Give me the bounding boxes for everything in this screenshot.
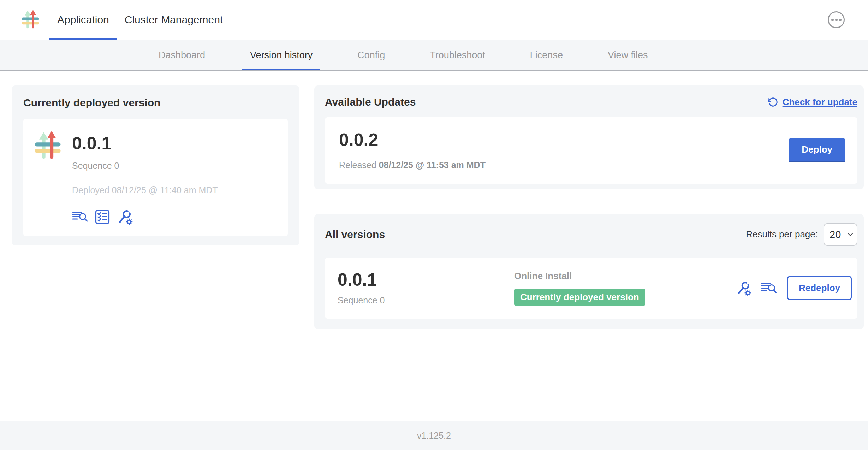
check-for-update-link[interactable]: Check for update (768, 97, 857, 108)
subnav-item-dashboard[interactable]: Dashboard (151, 40, 213, 70)
results-per-page: Results per page: 20 (746, 223, 857, 246)
edit-config-icon[interactable] (117, 209, 133, 225)
currently-deployed-version-panel: 0.0.1 Sequence 0 Deployed 08/12/25 @ 11:… (23, 119, 288, 236)
currently-deployed-title: Currently deployed version (23, 97, 288, 109)
current-version-deployed-timestamp: Deployed 08/12/25 @ 11:40 am MDT (72, 185, 218, 195)
tab-application[interactable]: Application (49, 0, 117, 40)
subnav-item-license[interactable]: License (522, 40, 571, 70)
current-version-sequence: Sequence 0 (72, 161, 218, 171)
subnav-label: License (530, 50, 563, 61)
subnav-label: Config (357, 50, 385, 61)
tab-application-label: Application (57, 14, 109, 26)
released-date: 08/12/25 @ 11:53 am MDT (379, 160, 486, 170)
update-version-number: 0.0.2 (339, 131, 486, 149)
subnav-label: Dashboard (159, 50, 205, 61)
all-versions-title: All versions (325, 229, 385, 241)
update-released-timestamp: Released 08/12/25 @ 11:53 am MDT (339, 160, 486, 170)
page-footer: v1.125.2 (0, 421, 868, 450)
version-row: 0.0.1 Sequence 0 Online Install Currentl… (325, 258, 857, 319)
all-versions-card: All versions Results per page: 20 (314, 214, 864, 329)
subnav-item-troubleshoot[interactable]: Troubleshoot (422, 40, 493, 70)
ellipsis-dot (839, 19, 842, 21)
edit-config-icon[interactable] (736, 280, 751, 296)
refresh-icon (768, 97, 778, 107)
subnav-label: View files (608, 50, 648, 61)
released-prefix: Released (339, 160, 376, 170)
subnav-item-version-history[interactable]: Version history (242, 40, 320, 70)
release-notes-icon[interactable] (761, 281, 777, 295)
currently-deployed-badge: Currently deployed version (514, 289, 645, 306)
ellipsis-dot (835, 19, 838, 21)
install-type-label: Online Install (514, 271, 645, 282)
ellipsis-dot (831, 19, 834, 21)
release-notes-icon[interactable] (72, 210, 88, 224)
top-header: Application Cluster Management (0, 0, 868, 40)
available-updates-card: Available Updates Check for update 0.0.2 (314, 85, 864, 189)
preflight-checks-icon[interactable] (95, 209, 110, 225)
results-per-page-select[interactable]: 20 (824, 223, 857, 246)
subnav-label: Troubleshoot (430, 50, 485, 61)
app-subnav: Dashboard Version history Config Trouble… (0, 40, 868, 71)
kots-version-label: v1.125.2 (417, 431, 451, 441)
results-per-page-label: Results per page: (746, 229, 818, 240)
main-content: Currently deployed version 0.0.1 Sequenc… (0, 71, 868, 421)
row-version-sequence: Sequence 0 (338, 295, 514, 306)
tab-cluster-management-label: Cluster Management (125, 14, 223, 26)
tab-cluster-management[interactable]: Cluster Management (117, 0, 231, 40)
app-logo-icon (20, 9, 41, 30)
currently-deployed-card: Currently deployed version 0.0.1 Sequenc… (12, 85, 299, 245)
ellipsis-menu-button[interactable] (828, 11, 845, 28)
subnav-item-config[interactable]: Config (350, 40, 393, 70)
row-version-number: 0.0.1 (338, 271, 514, 289)
current-version-number: 0.0.1 (72, 134, 218, 153)
current-version-actions (72, 209, 218, 225)
header-tabs: Application Cluster Management (49, 0, 231, 40)
app-logo-icon (32, 129, 64, 225)
subnav-label: Version history (250, 50, 313, 61)
subnav-item-view-files[interactable]: View files (600, 40, 656, 70)
redeploy-button[interactable]: Redeploy (787, 276, 852, 300)
check-for-update-label: Check for update (783, 97, 857, 108)
available-updates-title: Available Updates (325, 96, 416, 108)
deploy-button[interactable]: Deploy (789, 138, 845, 162)
available-update-row: 0.0.2 Released 08/12/25 @ 11:53 am MDT D… (325, 117, 857, 184)
